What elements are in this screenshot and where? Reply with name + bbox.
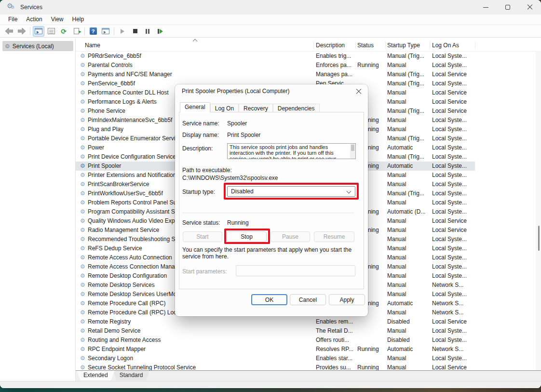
service-log-on-as: Local Service bbox=[432, 317, 475, 326]
service-row[interactable]: ⚙ RPC Endpoint Mapper Resolves RP... Run… bbox=[76, 345, 541, 354]
service-row[interactable]: ⚙ Payments and NFC/SE Manager Manages pa… bbox=[76, 70, 541, 79]
service-gear-icon: ⚙ bbox=[80, 152, 85, 162]
service-startup-type: Manual bbox=[387, 216, 431, 226]
column-header-name[interactable]: Name bbox=[85, 42, 100, 49]
resume-button[interactable]: Resume bbox=[314, 231, 354, 242]
service-gear-icon: ⚙ bbox=[80, 216, 85, 226]
service-gear-icon: ⚙ bbox=[80, 162, 85, 171]
export-list-button[interactable] bbox=[70, 26, 82, 37]
display-name-label: Display name: bbox=[182, 132, 219, 138]
service-log-on-as: Local Syste... bbox=[432, 125, 475, 134]
service-gear-icon: ⚙ bbox=[80, 244, 85, 253]
service-name: P9RdrService_6bb5f bbox=[88, 52, 313, 61]
maximize-button[interactable] bbox=[497, 0, 519, 14]
view-tabs: Extended Standard bbox=[76, 370, 541, 381]
tab-general[interactable]: General bbox=[180, 102, 210, 112]
service-gear-icon: ⚙ bbox=[80, 171, 85, 180]
service-log-on-as: Local Syste... bbox=[432, 198, 475, 207]
back-button[interactable] bbox=[3, 26, 15, 37]
service-startup-type: Manual bbox=[387, 61, 431, 70]
pause-service-button[interactable] bbox=[142, 26, 153, 37]
tab-recovery[interactable]: Recovery bbox=[239, 104, 273, 112]
tab-extended[interactable]: Extended bbox=[77, 371, 115, 380]
service-gear-icon: ⚙ bbox=[80, 116, 85, 125]
list-scrollbar-thumb[interactable] bbox=[538, 226, 540, 251]
service-row[interactable]: ⚙ Routing and Remote Access Offers routi… bbox=[76, 336, 541, 345]
help-button[interactable]: ? bbox=[87, 26, 99, 37]
service-log-on-as: Local Syste... bbox=[432, 271, 475, 281]
menu-view[interactable]: View bbox=[47, 14, 68, 25]
service-log-on-as: Local Service bbox=[432, 97, 475, 107]
action-pane-button[interactable] bbox=[100, 26, 111, 37]
cancel-button[interactable]: Cancel bbox=[290, 294, 326, 305]
service-row[interactable]: ⚙ P9RdrService_6bb5f Enables trig... Man… bbox=[76, 52, 541, 61]
show-console-tree-button[interactable] bbox=[33, 26, 44, 37]
description-text: This service spools print jobs and handl… bbox=[230, 144, 349, 159]
status-bar bbox=[0, 381, 541, 388]
column-header-description[interactable]: Description bbox=[316, 42, 345, 49]
forward-button[interactable] bbox=[16, 26, 27, 37]
service-startup-type: Manual bbox=[387, 226, 431, 235]
description-field[interactable]: This service spools print jobs and handl… bbox=[227, 143, 356, 159]
service-log-on-as: Local Syste... bbox=[432, 244, 475, 253]
service-name: Routing and Remote Access bbox=[88, 336, 313, 345]
properties-icon bbox=[48, 28, 55, 34]
service-log-on-as: Local Syste... bbox=[432, 336, 475, 345]
column-header-startup-type[interactable]: Startup Type bbox=[387, 42, 420, 49]
service-startup-type: Automatic bbox=[387, 143, 431, 152]
service-log-on-as: Local Service bbox=[432, 88, 475, 97]
column-header-log-on-as[interactable]: Log On As bbox=[432, 42, 459, 49]
service-gear-icon: ⚙ bbox=[80, 308, 85, 317]
column-header-status[interactable]: Status bbox=[357, 42, 374, 49]
service-row[interactable]: ⚙ Parental Controls Enforces pa... Runni… bbox=[76, 61, 541, 70]
service-row[interactable]: ⚙ Secure Socket Tunneling Protocol Servi… bbox=[76, 363, 541, 370]
description-scrollbar[interactable] bbox=[350, 144, 355, 159]
properties-button[interactable] bbox=[45, 26, 57, 37]
service-startup-type: Automatic bbox=[387, 299, 431, 308]
tab-standard[interactable]: Standard bbox=[113, 371, 150, 380]
dialog-close-button[interactable] bbox=[355, 88, 362, 95]
tab-dependencies[interactable]: Dependencies bbox=[273, 104, 320, 112]
stop-service-button[interactable] bbox=[129, 26, 141, 37]
pause-button[interactable]: Pause bbox=[270, 231, 310, 242]
service-log-on-as: Local Syste... bbox=[432, 180, 475, 189]
tab-log-on[interactable]: Log On bbox=[210, 104, 239, 112]
menu-help[interactable]: Help bbox=[68, 14, 89, 25]
service-row[interactable]: ⚙ Retail Demo Service The Retail D... Ma… bbox=[76, 326, 541, 336]
service-row[interactable]: ⚙ Remote Registry Enables rem... Disable… bbox=[76, 317, 541, 326]
service-startup-type: Manual (Trig... bbox=[387, 152, 431, 162]
service-row[interactable]: ⚙ Secondary Logon Enables star... Manual… bbox=[76, 354, 541, 363]
menu-file[interactable]: File bbox=[4, 14, 22, 25]
annotation-box-stop bbox=[224, 229, 270, 244]
menu-bar: File Action View Help bbox=[0, 14, 541, 25]
service-log-on-as: Local Syste... bbox=[432, 61, 475, 70]
start-service-button[interactable] bbox=[117, 26, 128, 37]
start-button[interactable]: Start bbox=[183, 231, 222, 242]
service-startup-type: Manual bbox=[387, 253, 431, 262]
apply-button[interactable]: Apply bbox=[329, 294, 365, 305]
minimize-button[interactable] bbox=[474, 0, 497, 14]
service-log-on-as: Local Syste... bbox=[432, 162, 475, 171]
pause-service-icon bbox=[146, 29, 149, 34]
service-gear-icon: ⚙ bbox=[80, 235, 85, 244]
close-button[interactable] bbox=[519, 0, 541, 14]
service-startup-type: Manual bbox=[387, 88, 431, 97]
service-log-on-as: Network S... bbox=[432, 281, 475, 290]
restart-service-button[interactable] bbox=[154, 26, 166, 37]
service-status: Running bbox=[357, 61, 385, 70]
tree-item-services-local[interactable]: ⚙ Services (Local) bbox=[2, 41, 73, 51]
service-startup-type: Manual bbox=[387, 262, 431, 271]
console-tree-panel: ⚙ Services (Local) bbox=[0, 38, 76, 381]
service-log-on-as: Local Syste... bbox=[432, 354, 475, 363]
ok-button[interactable]: OK bbox=[251, 294, 287, 305]
menu-action[interactable]: Action bbox=[22, 14, 46, 25]
service-startup-type: Disabled bbox=[387, 317, 431, 326]
refresh-button[interactable]: ⟳ bbox=[58, 26, 69, 37]
list-scrollbar[interactable] bbox=[536, 52, 541, 370]
service-gear-icon: ⚙ bbox=[80, 125, 85, 134]
service-gear-icon: ⚙ bbox=[80, 363, 85, 370]
start-parameters-input[interactable] bbox=[236, 265, 355, 276]
services-node-icon: ⚙ bbox=[5, 43, 10, 50]
service-log-on-as: Local Service bbox=[432, 216, 475, 226]
service-startup-type: Manual bbox=[387, 290, 431, 299]
